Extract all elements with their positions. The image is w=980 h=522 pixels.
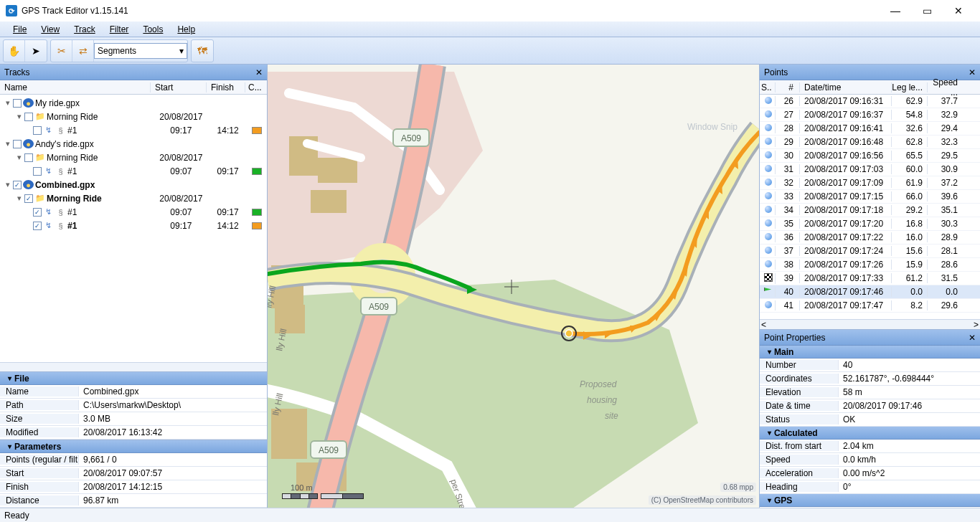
close-icon[interactable]: ✕ [969,67,976,77]
points-panel: Points ✕ S.. # Date/time Leg le... Speed… [760,65,980,330]
point-speed: 39.6 [928,191,962,201]
point-num: 27 [776,110,800,120]
point-num: 38 [776,260,800,270]
col-leg[interactable]: Leg le... [892,82,928,92]
gps-section-header[interactable]: ▾ GPS [760,494,980,507]
tracks-scrollbar[interactable] [0,362,267,371]
tree-row[interactable]: ▾●Andy's ride.gpx [0,137,267,151]
point-speed: 30.3 [928,219,962,229]
tree-row[interactable]: ✓↯§#109:0709:17 [0,205,267,219]
param-prop-row: Distance96.87 km [0,494,267,508]
tree-row[interactable]: ▾✓📁Morning Ride20/08/2017 [0,191,267,205]
point-datetime: 20/08/2017 09:17:18 [800,205,892,215]
points-panel-title: Points [764,67,788,77]
point-row[interactable]: 2820/08/2017 09:16:4132.629.4 [760,122,980,136]
point-row[interactable]: 3820/08/2017 09:17:2615.928.6 [760,258,980,272]
point-row[interactable]: 3020/08/2017 09:16:5665.529.5 [760,149,980,163]
prop-label: Modified [0,427,79,437]
file-panel-header[interactable]: ▾ File [0,372,267,385]
col-num[interactable]: # [776,82,800,92]
close-window-button[interactable]: ✕ [943,1,974,21]
map-tool[interactable]: 🗺 [192,40,213,62]
prop-value: 9,661 / 0 [79,455,267,465]
point-row[interactable]: 2720/08/2017 09:16:3754.832.9 [760,108,980,122]
calculated-section-header[interactable]: ▾ Calculated [760,427,980,440]
reverse-tool[interactable]: ⇄ [72,40,94,62]
point-row[interactable]: 4120/08/2017 09:17:478.229.6 [760,299,980,313]
segment-selector[interactable]: Segments ▾ [94,43,187,59]
menu-view[interactable]: View [34,22,67,37]
point-row[interactable]: 3220/08/2017 09:17:0961.937.2 [760,176,980,190]
menu-help[interactable]: Help [170,22,202,37]
point-row[interactable]: 2620/08/2017 09:16:3162.937.7 [760,95,980,108]
point-leg: 32.6 [892,123,928,133]
points-hscroll[interactable]: <> [760,319,980,329]
menu-file[interactable]: File [6,22,34,37]
tracks-panel: Tracks ✕ Name Start Finish C... ▾●My rid… [0,65,267,371]
prop-label: Start [0,468,79,478]
col-datetime[interactable]: Date/time [800,82,892,92]
track-label: Combined.gpx [35,180,95,190]
col-finish[interactable]: Finish [207,82,245,92]
point-speed: 32.3 [928,137,962,147]
tree-row[interactable]: ▾📁Morning Ride20/08/2017 [0,110,267,123]
maximize-button[interactable]: ▭ [911,1,943,21]
parameters-panel-header[interactable]: ▾ Parameters [0,440,267,453]
prop-label: Points (regular / filt [0,455,79,465]
track-finish: 09:17 [209,166,247,176]
cut-tool[interactable]: ✂ [51,40,72,62]
point-row[interactable]: 3120/08/2017 09:17:0360.030.9 [760,163,980,176]
point-icon [765,151,772,158]
point-speed: 29.5 [928,151,962,161]
gps-section-title: GPS [774,495,792,506]
prop-label: Status [760,414,839,424]
point-row[interactable]: 4020/08/2017 09:17:460.00.0 [760,285,980,299]
close-icon[interactable]: ✕ [969,333,976,343]
pan-tool[interactable]: ✋ [4,40,25,62]
point-row[interactable]: 2920/08/2017 09:16:4862.832.3 [760,136,980,149]
tree-row[interactable]: ✓↯§#109:1714:12 [0,219,267,232]
menu-track[interactable]: Track [67,22,103,37]
tree-row[interactable]: ↯§#109:1714:12 [0,123,267,137]
point-row[interactable]: 3520/08/2017 09:17:2016.830.3 [760,217,980,231]
point-icon [765,219,772,227]
point-row[interactable]: 3620/08/2017 09:17:2216.028.9 [760,231,980,245]
point-leg: 62.8 [892,137,928,147]
point-icon [765,110,772,118]
close-icon[interactable]: ✕ [255,67,263,77]
menu-tools[interactable]: Tools [136,22,170,37]
point-datetime: 20/08/2017 09:17:22 [800,232,892,242]
point-row[interactable]: 3920/08/2017 09:17:3361.231.5 [760,272,980,285]
point-leg: 29.2 [892,205,928,215]
point-row[interactable]: 3720/08/2017 09:17:2415.628.1 [760,245,980,258]
col-name[interactable]: Name [0,82,151,92]
point-num: 41 [776,300,800,310]
main-section-header[interactable]: ▾ Main [760,346,980,359]
prop-value: Combined.gpx [79,386,267,397]
menubar: File View Track Filter Tools Help [0,22,980,37]
tracks-tree[interactable]: ▾●My ride.gpx▾📁Morning Ride20/08/2017↯§#… [0,95,267,362]
tree-row[interactable]: ▾📁Morning Ride20/08/2017 [0,151,267,164]
tree-row[interactable]: ▾✓●Combined.gpx [0,178,267,191]
menu-filter[interactable]: Filter [103,22,136,37]
titlebar: ⟳ GPS Track Editor v1.15.141 — ▭ ✕ [0,0,980,22]
col-start[interactable]: Start [151,82,207,92]
point-row[interactable]: 3420/08/2017 09:17:1829.235.1 [760,204,980,217]
points-list[interactable]: 2620/08/2017 09:16:3162.937.72720/08/201… [760,95,980,319]
prop-label: Number [760,360,839,370]
prop-label: Acceleration [760,468,839,478]
prop-value: 2.04 km [839,441,980,451]
pointprop-main-row: Elevation58 m [760,386,980,399]
col-state[interactable]: S.. [760,82,776,92]
pointprop-main-row: Coordinates52.161787°, -0.698444° [760,372,980,386]
prop-label: Heading [760,482,839,492]
map-canvas[interactable]: A509 A509 A509 lly Hill lly Hill lly Hil… [268,65,759,508]
col-color[interactable]: C... [245,82,265,92]
point-row[interactable]: 3320/08/2017 09:17:1566.039.6 [760,190,980,204]
prop-label: Speed [760,455,839,465]
minimize-button[interactable]: — [880,1,911,21]
tree-row[interactable]: ↯§#109:0709:17 [0,164,267,178]
map-mpp: 0.68 mpp [720,483,756,492]
tree-row[interactable]: ▾●My ride.gpx [0,96,267,110]
pointer-tool[interactable]: ➤ [25,40,47,62]
